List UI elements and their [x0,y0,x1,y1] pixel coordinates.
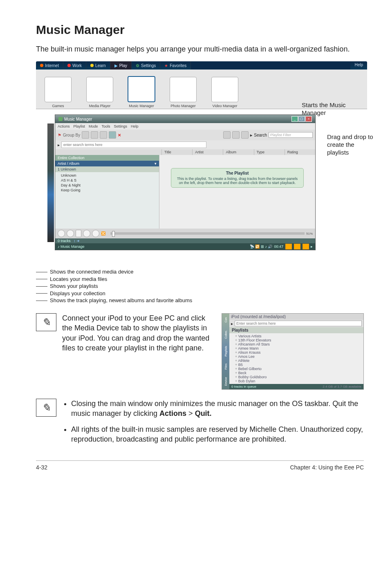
launch-video-manager[interactable]: Video Manager [205,77,244,108]
list-item[interactable]: Amos Lee [235,355,363,359]
search-label: Search [254,133,267,137]
window-buttons[interactable]: _▢× [291,116,312,122]
list-item[interactable]: Unknown [61,173,159,178]
next-button[interactable] [92,230,99,237]
status-btn3[interactable] [303,244,309,249]
search-input[interactable] [61,141,206,148]
col-artist[interactable]: Artist [192,149,223,155]
list-item[interactable]: 13th Floor Elevators [235,338,363,342]
playlist-drop-area[interactable]: The Playlist This is the playlist. To cr… [159,155,315,229]
menu-playlist[interactable]: Playlist [74,124,85,128]
menu-help[interactable]: Help [131,124,139,128]
menu-settings[interactable]: Settings [114,124,128,128]
list-item[interactable]: Bebel Gilberto [235,367,363,371]
nav-prev[interactable] [223,131,231,139]
ipod-playlist-list[interactable]: Various Artists13th Floor ElevatorsAfric… [229,333,363,384]
status-bar: 0 tracks ↕ ➜ ♪ Music Manage 📡 🔁 ⊞ ♪ 🔊 00… [55,238,315,250]
status-btn2[interactable] [294,244,300,249]
play-button[interactable] [67,230,74,237]
menu-mode[interactable]: Mode [89,124,98,128]
window-titlebar: Music Manager _▢× [55,115,315,123]
tab-settings[interactable]: ⚙ Settings [132,61,160,70]
playback-controls: 🔀 51% [55,229,315,238]
app-tabs: Internet Work Learn ▶ Play ⚙ Settings ★ … [36,61,367,70]
launch-music-manager[interactable]: Music Manager [122,76,161,108]
groupby-btn1[interactable] [82,131,89,139]
collection-tree[interactable]: Entire Collection Artist / Album ▾ 1 Unk… [55,155,159,229]
tab-play[interactable]: ▶ Play [110,61,132,70]
list-item[interactable]: Beck [235,371,363,375]
launch-media-player[interactable]: Media Player [80,77,119,108]
groupby-btn4[interactable] [109,131,116,139]
group-by-label: Group By [63,133,80,137]
ipod-search[interactable] [235,321,362,326]
col-type[interactable]: Type [254,149,285,155]
stop-button[interactable] [83,230,90,237]
intro-text: The built-in music manager helps you arr… [36,44,364,54]
launch-games[interactable]: Games [38,77,78,108]
tab-help[interactable]: Help [350,61,367,70]
left-color-strip [47,123,54,242]
note-icon: ✎ [36,399,56,417]
nav-next[interactable] [241,131,249,139]
ipod-header[interactable]: iPod (mounted at /media/ipod) [229,314,363,320]
note-ipod: Connect your iPod to your Eee PC and cli… [62,313,216,390]
col-rating[interactable]: Rating [285,149,315,155]
list-item[interactable]: Bob Dylan [235,379,363,383]
menu-actions[interactable]: Actions [58,124,70,128]
menu-tools[interactable]: Tools [102,124,110,128]
app-screenshot-container: Internet Work Learn ▶ Play ⚙ Settings ★ … [36,61,367,266]
status-btn1[interactable] [285,244,292,249]
tab-internet[interactable]: Internet [36,61,63,70]
groupby-btn3[interactable] [100,131,107,139]
random-icon[interactable]: 🔀 [101,231,105,236]
tab-learn[interactable]: Learn [86,61,110,70]
list-item[interactable]: B5 [235,363,363,367]
list-item[interactable]: Day & Night [61,183,159,188]
groupby-btn2[interactable] [91,131,98,139]
search-row: ▸ [55,140,315,149]
menu-bar[interactable]: Actions Playlist Mode Tools Settings Hel… [55,123,315,130]
delete-icon[interactable]: ✕ [118,133,121,137]
col-title[interactable]: Title [161,149,192,155]
ipod-screenshot: ConCollec.PlaylistsFilesDevice iPod (mou… [222,313,364,390]
list-item[interactable]: Aimee Mann [235,346,363,350]
legend: Shows the connected media device Locates… [36,268,364,304]
entire-collection[interactable]: Entire Collection [55,155,159,161]
page-title: Music Manager [36,23,364,37]
unknown-group[interactable]: 1 Unknown [55,166,159,172]
volume-label: 51% [306,232,313,236]
list-item[interactable]: Bobby Goldsboro [235,375,363,379]
list-item[interactable]: AS H & S [61,178,159,183]
col-album[interactable]: Album [223,149,253,155]
caption-drag: Drag and drop to create the playlists [327,133,376,156]
list-item[interactable]: Various Artists [235,334,363,338]
prev-button[interactable] [58,230,65,237]
music-manager-window: Music Manager _▢× Actions Playlist Mode … [55,114,316,250]
list-item[interactable]: Athlete [235,359,363,363]
playlist-tip: The Playlist This is the playlist. To cr… [171,168,304,188]
list-item[interactable]: Keep Going [61,188,159,193]
toolbar: ⚑ Group By ✕ ▸ Search [55,130,315,140]
pause-button[interactable] [76,230,81,237]
column-headers: Title Artist Album Type Rating [55,149,315,155]
launch-photo-manager[interactable]: Photo Manager [164,77,203,108]
playlist-filter-input[interactable] [269,132,313,138]
nav-up[interactable] [232,131,240,139]
list-item[interactable]: Alison Krauss [235,350,363,355]
tab-work[interactable]: Work [63,61,86,70]
ipod-sidetabs[interactable]: ConCollec.PlaylistsFilesDevice [222,314,229,389]
ipod-playlists-header: Playlists [229,327,363,333]
note-quit: Closing the main window only minimizes t… [62,399,364,450]
volume-slider[interactable] [110,232,305,235]
tab-favorites[interactable]: ★ Favorites [160,61,191,70]
note-icon: ✎ [36,313,56,331]
list-item[interactable]: Africanism All Stars [235,342,363,346]
page-footer: 4-32 Chapter 4: Using the Eee PC [36,460,364,471]
